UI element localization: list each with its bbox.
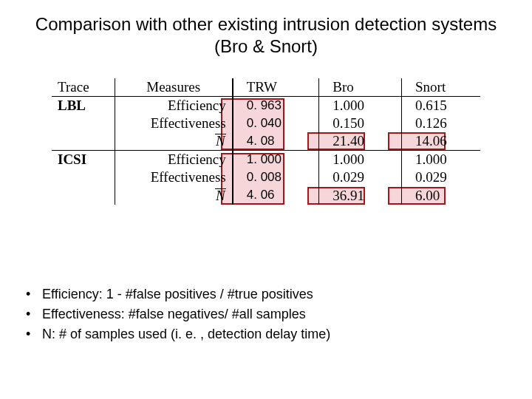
comparison-table: Trace Measures TRW Bro Snort LBL Efficie…: [52, 78, 480, 205]
slide-title: Comparison with other existing intrusion…: [0, 0, 532, 58]
bullet-dot-icon: •: [26, 307, 42, 322]
trace-lbl: LBL: [52, 97, 115, 115]
cell-icsi-trw-eff: 1. 000: [233, 151, 319, 169]
bullet-text: N: # of samples used (i. e. , detection …: [42, 327, 330, 342]
th-snort: Snort: [402, 78, 480, 97]
meas-nbar-0: N: [115, 132, 233, 151]
th-bro: Bro: [319, 78, 402, 97]
cell-icsi-snort-eff: 1.000: [402, 151, 480, 169]
cell-icsi-trw-effv: 0. 008: [233, 168, 319, 186]
meas-effectiveness-1: Effectiveness: [115, 168, 233, 186]
cell-lbl-bro-effv: 0.150: [319, 115, 402, 132]
cell-lbl-trw-n: 4. 08: [233, 132, 319, 151]
th-measures: Measures: [115, 78, 233, 97]
definitions-list: • Efficiency: 1 - #false positives / #tr…: [26, 287, 330, 347]
meas-effectiveness-0: Effectiveness: [115, 115, 233, 132]
bullet-effectiveness: • Effectiveness: #false negatives/ #all …: [26, 307, 330, 322]
bullet-n: • N: # of samples used (i. e. , detectio…: [26, 327, 330, 342]
cell-icsi-bro-effv: 0.029: [319, 168, 402, 186]
cell-lbl-bro-n: 21.40: [319, 132, 402, 151]
cell-icsi-trw-n: 4. 06: [233, 186, 319, 204]
meas-nbar-1: N: [115, 186, 233, 204]
trace-icsi: ICSI: [52, 151, 115, 169]
cell-lbl-bro-eff: 1.000: [319, 97, 402, 115]
cell-lbl-snort-n: 14.06: [402, 132, 480, 151]
cell-lbl-trw-eff: 0. 963: [233, 97, 319, 115]
bullet-text: Effectiveness: #false negatives/ #all sa…: [42, 307, 306, 322]
cell-icsi-bro-n: 36.91: [319, 186, 402, 204]
meas-efficiency-1: Efficiency: [115, 151, 233, 169]
cell-icsi-bro-eff: 1.000: [319, 151, 402, 169]
cell-icsi-snort-n: 6.00: [402, 186, 480, 204]
cell-lbl-trw-effv: 0. 040: [233, 115, 319, 132]
bullet-dot-icon: •: [26, 327, 42, 342]
th-trace: Trace: [52, 78, 115, 97]
bullet-efficiency: • Efficiency: 1 - #false positives / #tr…: [26, 287, 330, 302]
cell-lbl-snort-eff: 0.615: [402, 97, 480, 115]
th-trw: TRW: [233, 78, 319, 97]
bullet-text: Efficiency: 1 - #false positives / #true…: [42, 287, 313, 302]
bullet-dot-icon: •: [26, 287, 42, 302]
cell-lbl-snort-effv: 0.126: [402, 115, 480, 132]
meas-efficiency-0: Efficiency: [115, 97, 233, 115]
cell-icsi-snort-effv: 0.029: [402, 168, 480, 186]
comparison-table-wrap: Trace Measures TRW Bro Snort LBL Efficie…: [52, 78, 480, 205]
